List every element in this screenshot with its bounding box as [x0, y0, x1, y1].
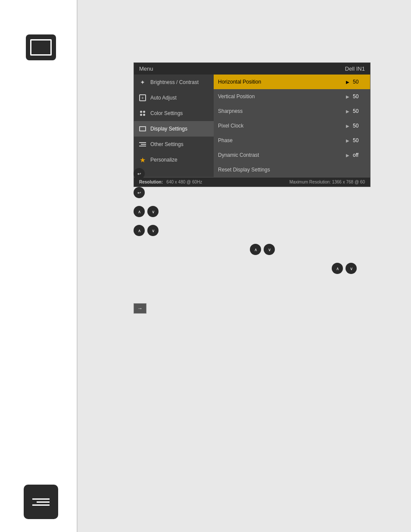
- dynamic-contrast-label: Dynamic Contrast: [218, 152, 342, 158]
- right-panel: Horizontal Position ▶ 50 Vertical Positi…: [214, 75, 370, 177]
- sub-item-vertical[interactable]: Vertical Position ▶ 50: [214, 89, 370, 104]
- menu-item-other[interactable]: Other Settings: [134, 137, 214, 152]
- display-icon: [138, 124, 147, 133]
- pixel-clock-value: 50: [353, 123, 366, 129]
- dynamic-contrast-arrow: ▶: [346, 153, 349, 158]
- vertical-arrow: ▶: [346, 94, 349, 99]
- lines-icon-large: [32, 498, 50, 506]
- phase-value: 50: [353, 137, 366, 143]
- sharpness-arrow: ▶: [346, 109, 349, 114]
- display-label: Display Settings: [150, 126, 187, 132]
- star-icon: ★: [138, 156, 147, 164]
- sub-item-phase[interactable]: Phase ▶ 50: [214, 133, 370, 148]
- sub-item-pixel-clock[interactable]: Pixel Clock ▶ 50: [214, 118, 370, 133]
- menu-item-color[interactable]: Color Settings: [134, 106, 214, 121]
- down-button-2[interactable]: ∨: [147, 225, 159, 236]
- brand-label: Dell IN1: [345, 65, 365, 72]
- pixel-clock-label: Pixel Clock: [218, 123, 342, 129]
- brightness-label: Brightness / Contrast: [150, 79, 199, 85]
- sharpness-value: 50: [353, 108, 366, 114]
- down-button-3[interactable]: ∨: [264, 244, 275, 255]
- sharpness-label: Sharpness: [218, 108, 342, 114]
- horizontal-arrow: ▶: [346, 80, 349, 84]
- menu-label: Menu: [139, 65, 153, 72]
- sub-item-horizontal[interactable]: Horizontal Position ▶ 50: [214, 75, 370, 89]
- enter-button[interactable]: →: [134, 303, 146, 314]
- back-button-2[interactable]: ↩: [134, 187, 145, 198]
- auto-icon: [138, 93, 147, 102]
- menu-item-brightness[interactable]: ✦ Brightness / Contrast: [134, 75, 214, 90]
- dots-icon: [138, 109, 147, 118]
- nav-row-back2: ↩: [134, 187, 375, 198]
- monitor-icon-top: [26, 34, 56, 60]
- nav-row-back1: ↩: [134, 168, 375, 179]
- sub-item-sharpness[interactable]: Sharpness ▶ 50: [214, 104, 370, 118]
- menu-item-personalize[interactable]: ★ Personalize: [134, 152, 214, 168]
- lines-icon: [138, 140, 147, 149]
- bottom-settings-icon: [24, 485, 58, 519]
- vertical-label: Vertical Position: [218, 93, 342, 100]
- phase-arrow: ▶: [346, 138, 349, 143]
- nav-area: ↩ ↩ ∧ ∨ ∧ ∨ ∧ ∨ ∧ ∨ →: [134, 168, 375, 321]
- sun-icon: ✦: [138, 78, 147, 87]
- color-label: Color Settings: [150, 110, 183, 116]
- up-button-2[interactable]: ∧: [134, 225, 145, 236]
- horizontal-value: 50: [353, 79, 366, 85]
- up-button-3[interactable]: ∧: [250, 244, 261, 255]
- left-panel: ✦ Brightness / Contrast Auto Adjust Colo…: [134, 75, 214, 177]
- down-button-4[interactable]: ∨: [346, 263, 357, 274]
- auto-label: Auto Adjust: [150, 95, 177, 101]
- left-sidebar: [0, 0, 78, 532]
- sub-item-dynamic-contrast[interactable]: Dynamic Contrast ▶ off: [214, 148, 370, 162]
- back-button-1[interactable]: ↩: [134, 168, 145, 179]
- up-button-1[interactable]: ∧: [134, 206, 145, 217]
- other-label: Other Settings: [150, 141, 184, 147]
- nav-row-enter: →: [134, 303, 375, 314]
- up-button-4[interactable]: ∧: [332, 263, 343, 274]
- phase-label: Phase: [218, 137, 342, 143]
- personalize-label: Personalize: [150, 157, 177, 163]
- osd-content: ✦ Brightness / Contrast Auto Adjust Colo…: [134, 75, 370, 177]
- nav-row-updown4: ∧ ∨: [332, 263, 375, 274]
- down-button-1[interactable]: ∨: [147, 206, 159, 217]
- nav-row-updown1: ∧ ∨: [134, 206, 375, 217]
- dynamic-contrast-value: off: [353, 152, 366, 158]
- menu-item-display[interactable]: Display Settings: [134, 121, 214, 137]
- osd-header: Menu Dell IN1: [134, 63, 370, 75]
- nav-row-updown3: ∧ ∨: [250, 244, 375, 255]
- horizontal-label: Horizontal Position: [218, 79, 342, 85]
- vertical-value: 50: [353, 93, 366, 100]
- pixel-clock-arrow: ▶: [346, 124, 349, 128]
- menu-item-auto[interactable]: Auto Adjust: [134, 90, 214, 106]
- nav-row-updown2: ∧ ∨: [134, 225, 375, 236]
